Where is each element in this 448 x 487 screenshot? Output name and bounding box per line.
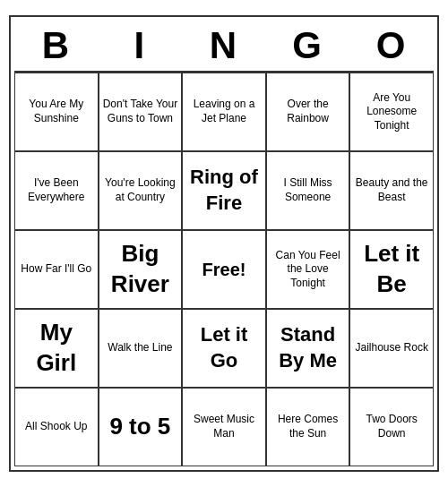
header-letter: I xyxy=(99,21,183,71)
bingo-cell: My Girl xyxy=(14,309,99,388)
bingo-cell: Leaving on a Jet Plane xyxy=(182,73,266,151)
header-letter: N xyxy=(182,21,266,71)
bingo-grid: You Are My SunshineDon't Take Your Guns … xyxy=(14,71,434,466)
bingo-cell: Over the Rainbow xyxy=(266,73,350,151)
bingo-cell: How Far I'll Go xyxy=(14,230,99,309)
bingo-cell: Jailhouse Rock xyxy=(349,309,434,388)
bingo-header: BINGO xyxy=(14,21,434,71)
bingo-card: BINGO You Are My SunshineDon't Take Your… xyxy=(9,15,439,472)
bingo-cell: Let it Go xyxy=(182,309,266,388)
bingo-cell: Two Doors Down xyxy=(349,388,434,466)
bingo-cell: Stand By Me xyxy=(266,309,350,388)
bingo-cell: Let it Be xyxy=(349,230,434,309)
bingo-cell: Big River xyxy=(99,230,183,309)
header-letter: B xyxy=(14,21,99,71)
header-letter: O xyxy=(349,21,434,71)
bingo-cell: Don't Take Your Guns to Town xyxy=(99,73,183,151)
bingo-cell: Can You Feel the Love Tonight xyxy=(266,230,350,309)
bingo-cell: Sweet Music Man xyxy=(182,388,266,466)
bingo-cell: Free! xyxy=(182,230,266,309)
bingo-cell: 9 to 5 xyxy=(99,388,183,466)
bingo-cell: Here Comes the Sun xyxy=(266,388,350,466)
bingo-cell: You're Looking at Country xyxy=(99,151,183,230)
bingo-cell: I've Been Everywhere xyxy=(14,151,99,230)
bingo-cell: All Shook Up xyxy=(14,388,99,466)
bingo-cell: You Are My Sunshine xyxy=(14,73,99,151)
bingo-cell: I Still Miss Someone xyxy=(266,151,350,230)
bingo-cell: Ring of Fire xyxy=(182,151,266,230)
bingo-cell: Walk the Line xyxy=(99,309,183,388)
header-letter: G xyxy=(266,21,350,71)
bingo-cell: Are You Lonesome Tonight xyxy=(349,73,434,151)
bingo-cell: Beauty and the Beast xyxy=(349,151,434,230)
